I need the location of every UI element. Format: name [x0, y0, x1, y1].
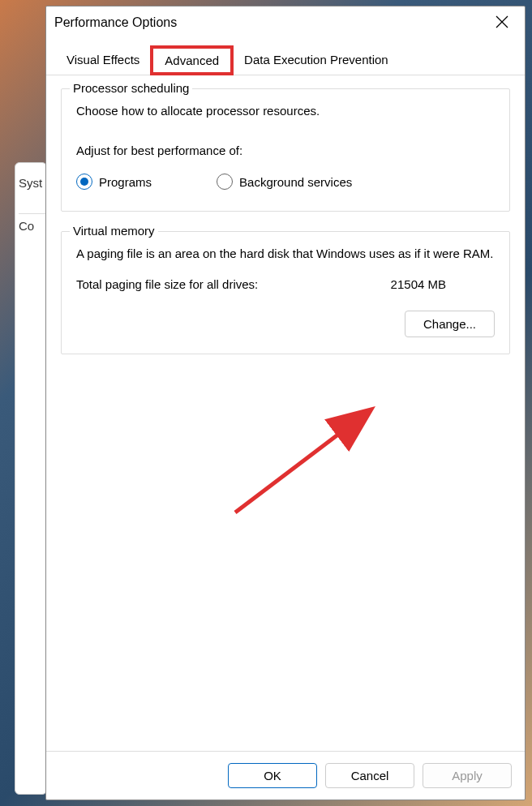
paging-total-value: 21504 MB	[391, 277, 446, 291]
change-button[interactable]: Change...	[405, 311, 495, 337]
performance-options-dialog: Performance Options Visual Effects Advan…	[45, 6, 526, 800]
paging-size-row: Total paging file size for all drives: 2…	[76, 277, 495, 291]
radio-row: Programs Background services	[76, 174, 495, 190]
virtual-memory-title: Virtual memory	[70, 224, 158, 238]
background-window: Syst Co	[15, 162, 47, 795]
cancel-button[interactable]: Cancel	[325, 763, 414, 788]
tab-bar: Visual Effects Advanced Data Execution P…	[56, 45, 515, 75]
paging-total-label: Total paging file size for all drives:	[76, 277, 258, 291]
tab-content-advanced: Processor scheduling Choose how to alloc…	[46, 75, 525, 751]
radio-background-services[interactable]: Background services	[217, 174, 352, 190]
change-row: Change...	[76, 311, 495, 337]
radio-background-label: Background services	[239, 175, 352, 189]
titlebar: Performance Options	[46, 6, 525, 39]
radio-background-circle	[217, 174, 233, 190]
radio-programs-circle	[76, 174, 92, 190]
button-bar: OK Cancel Apply	[46, 751, 525, 800]
tab-visual-effects[interactable]: Visual Effects	[56, 45, 150, 75]
dialog-title: Performance Options	[54, 15, 177, 30]
tab-data-execution-prevention[interactable]: Data Execution Prevention	[234, 45, 399, 75]
tab-advanced[interactable]: Advanced	[150, 45, 234, 75]
radio-programs[interactable]: Programs	[76, 174, 152, 190]
radio-programs-label: Programs	[99, 175, 152, 189]
close-button[interactable]	[489, 12, 515, 34]
virtual-memory-group: Virtual memory A paging file is an area …	[61, 231, 510, 354]
virtual-memory-desc: A paging file is an area on the hard dis…	[76, 245, 495, 263]
adjust-label: Adjust for best performance of:	[76, 144, 495, 157]
radio-dot-icon	[80, 178, 88, 186]
apply-button[interactable]: Apply	[423, 763, 512, 788]
processor-scheduling-title: Processor scheduling	[70, 81, 192, 95]
processor-scheduling-group: Processor scheduling Choose how to alloc…	[61, 88, 510, 212]
ok-button[interactable]: OK	[228, 763, 317, 788]
processor-scheduling-desc: Choose how to allocate processor resourc…	[76, 102, 495, 119]
close-icon	[496, 15, 508, 28]
bg-label-system: Syst	[19, 176, 42, 190]
